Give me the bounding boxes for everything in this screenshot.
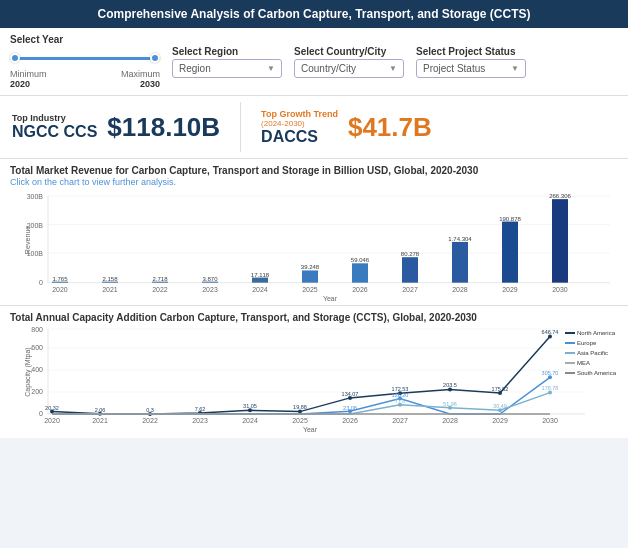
svg-rect-106 [565,332,575,334]
svg-point-88 [548,391,552,395]
kpi-divider [240,102,241,152]
industry-kpi: Top Industry NGCC CCS $118.10B [12,112,220,143]
bar-chart-subtitle: Click on the chart to view further analy… [10,177,618,187]
svg-text:2020: 2020 [52,286,68,293]
svg-rect-110 [565,352,575,354]
svg-rect-24 [402,257,418,282]
svg-text:2021: 2021 [102,286,118,293]
svg-rect-12 [102,282,118,283]
status-label: Select Project Status [416,46,526,57]
svg-text:Capacity (Mtpa): Capacity (Mtpa) [24,347,32,396]
svg-rect-108 [565,342,575,344]
svg-text:2026: 2026 [352,286,368,293]
svg-text:59.046: 59.046 [351,257,370,263]
svg-text:400: 400 [31,366,43,373]
svg-text:1.765: 1.765 [52,276,68,282]
svg-text:2021: 2021 [92,417,108,424]
industry-name: NGCC CCS [12,123,97,141]
country-filter: Select Country/City Country/City ▼ [294,46,404,78]
svg-text:3.870: 3.870 [202,276,218,282]
svg-text:7.62: 7.62 [195,406,206,412]
country-dropdown-arrow: ▼ [389,64,397,73]
growth-value: $41.7B [348,112,432,143]
growth-name: DACCS [261,128,338,146]
bar-chart-section: Total Market Revenue for Carbon Capture,… [0,159,628,306]
bar-chart-svg: 0 100B 200B 300B 1.765 2.158 2.718 3.870… [10,191,618,301]
year-filter-label: Select Year [10,34,160,45]
svg-text:305.70: 305.70 [542,370,559,376]
svg-text:39.248: 39.248 [301,264,320,270]
svg-text:2029: 2029 [502,286,518,293]
svg-rect-26 [452,242,468,283]
svg-text:2024: 2024 [252,286,268,293]
line-chart-section: Total Annual Capacity Addition Carbon Ca… [0,306,628,438]
region-dropdown[interactable]: Region ▼ [172,59,282,78]
growth-sublabel: (2024-2030) [261,119,338,128]
svg-text:South America: South America [577,370,617,376]
country-label: Select Country/City [294,46,404,57]
growth-kpi: Top Growth Trend (2024-2030) DACCS $41.7… [261,109,432,146]
svg-text:23.08: 23.08 [343,405,357,411]
svg-text:North America: North America [577,330,616,336]
slider-max-thumb[interactable] [150,53,160,63]
region-label: Select Region [172,46,282,57]
svg-text:2028: 2028 [452,286,468,293]
svg-rect-16 [202,282,218,283]
year-max-label: Maximum 2030 [121,69,160,89]
svg-rect-112 [565,362,575,364]
line-chart-svg: 0 200 400 600 800 20.32 2.06 0.3 [10,324,618,432]
slider-min-thumb[interactable] [10,53,20,63]
svg-text:1.74.304: 1.74.304 [448,236,472,242]
status-dropdown-arrow: ▼ [511,64,519,73]
svg-rect-22 [352,263,368,282]
svg-text:Year: Year [323,295,338,301]
svg-text:2025: 2025 [302,286,318,293]
svg-rect-30 [552,199,568,283]
svg-text:Year: Year [303,426,318,432]
svg-text:2030: 2030 [552,286,568,293]
svg-text:0.3: 0.3 [146,407,154,413]
svg-text:200: 200 [31,388,43,395]
svg-text:30.49: 30.49 [493,403,507,409]
svg-text:175.52: 175.52 [492,386,509,392]
svg-rect-114 [565,372,575,374]
year-filter: Select Year Minimum 2020 Maximum 2030 [10,34,160,89]
region-filter: Select Region Region ▼ [172,46,282,78]
svg-text:2030: 2030 [542,417,558,424]
svg-text:600: 600 [31,344,43,351]
year-slider[interactable] [10,49,160,67]
svg-text:2027: 2027 [392,417,408,424]
bar-chart-container[interactable]: 0 100B 200B 300B 1.765 2.158 2.718 3.870… [10,191,618,301]
svg-text:19.88: 19.88 [293,404,307,410]
svg-text:2023: 2023 [202,286,218,293]
kpi-section: Top Industry NGCC CCS $118.10B Top Growt… [0,96,628,159]
status-dropdown[interactable]: Project Status ▼ [416,59,526,78]
svg-rect-20 [302,270,318,282]
industry-value: $118.10B [107,112,220,143]
industry-label: Top Industry [12,113,97,123]
svg-text:Asia Pacific: Asia Pacific [577,350,608,356]
svg-text:2022: 2022 [142,417,158,424]
svg-text:2025: 2025 [292,417,308,424]
svg-rect-28 [502,222,518,283]
bar-chart-title: Total Market Revenue for Carbon Capture,… [10,165,618,176]
svg-text:MEA: MEA [577,360,590,366]
line-chart-title: Total Annual Capacity Addition Carbon Ca… [10,312,618,323]
svg-text:20.32: 20.32 [45,405,59,411]
line-chart-container[interactable]: 0 200 400 600 800 20.32 2.06 0.3 [10,324,618,434]
svg-rect-14 [152,282,168,283]
svg-text:Revenue: Revenue [24,226,31,255]
svg-text:190.878: 190.878 [499,215,521,221]
status-filter: Select Project Status Project Status ▼ [416,46,526,78]
year-min-label: Minimum 2020 [10,69,47,89]
svg-point-67 [548,334,552,338]
svg-text:0: 0 [39,279,43,286]
svg-text:266.306: 266.306 [549,193,571,199]
svg-text:2.158: 2.158 [102,276,118,282]
svg-text:646.74: 646.74 [542,329,559,335]
region-dropdown-arrow: ▼ [267,64,275,73]
svg-text:2027: 2027 [402,286,418,293]
country-dropdown[interactable]: Country/City ▼ [294,59,404,78]
page-header: Comprehensive Analysis of Carbon Capture… [0,0,628,28]
svg-text:17.118: 17.118 [251,272,270,278]
